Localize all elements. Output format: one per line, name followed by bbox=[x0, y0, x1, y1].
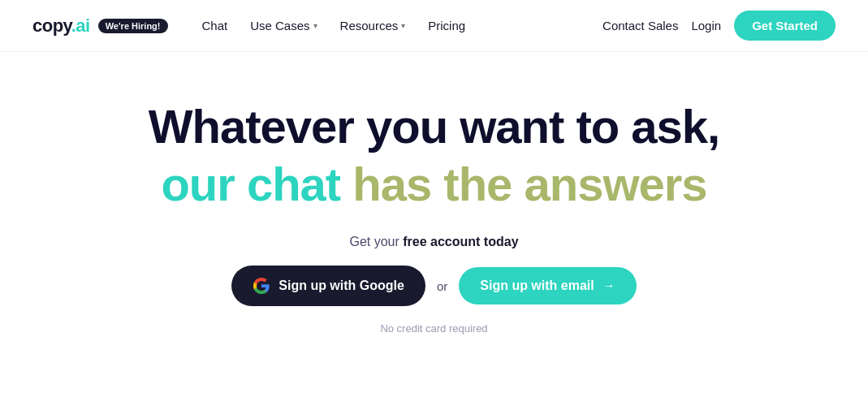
hiring-badge: We're Hiring! bbox=[98, 19, 168, 33]
nav-links: Chat Use Cases ▾ Resources ▾ Pricing bbox=[192, 14, 603, 37]
hero-headline-line1: Whatever you want to ask, bbox=[149, 101, 719, 153]
sign-up-google-button[interactable]: Sign up with Google bbox=[231, 266, 425, 306]
chevron-down-icon: ▾ bbox=[401, 21, 405, 30]
nav-link-resources[interactable]: Resources ▾ bbox=[330, 14, 416, 37]
hero-section: Whatever you want to ask, our chat has t… bbox=[0, 52, 868, 367]
logo: copy.ai bbox=[32, 15, 90, 37]
contact-sales-link[interactable]: Contact Sales bbox=[602, 19, 678, 32]
chevron-down-icon: ▾ bbox=[313, 21, 317, 30]
nav-link-pricing[interactable]: Pricing bbox=[418, 14, 475, 37]
google-icon bbox=[253, 277, 270, 295]
logo-dot: .ai bbox=[71, 15, 90, 36]
logo-area: copy.ai We're Hiring! bbox=[32, 15, 168, 37]
nav-link-chat[interactable]: Chat bbox=[192, 14, 238, 37]
sign-up-email-button[interactable]: Sign up with email → bbox=[459, 267, 636, 304]
hero-headline-line2: our chat has the answers bbox=[161, 156, 706, 213]
hero-subheadline-olive: has the answers bbox=[352, 158, 706, 210]
nav-link-use-cases[interactable]: Use Cases ▾ bbox=[240, 14, 326, 37]
arrow-right-icon: → bbox=[602, 279, 615, 293]
login-link[interactable]: Login bbox=[691, 19, 721, 32]
hero-buttons: Sign up with Google or Sign up with emai… bbox=[231, 266, 636, 306]
hero-subheadline-teal: our chat bbox=[161, 158, 352, 210]
nav-right: Contact Sales Login Get Started bbox=[602, 11, 836, 41]
or-text: or bbox=[437, 279, 447, 293]
hero-cta-text: Get your free account today bbox=[349, 235, 518, 249]
navbar: copy.ai We're Hiring! Chat Use Cases ▾ R… bbox=[0, 0, 868, 52]
no-credit-text: No credit card required bbox=[380, 322, 487, 335]
get-started-button[interactable]: Get Started bbox=[734, 11, 836, 41]
